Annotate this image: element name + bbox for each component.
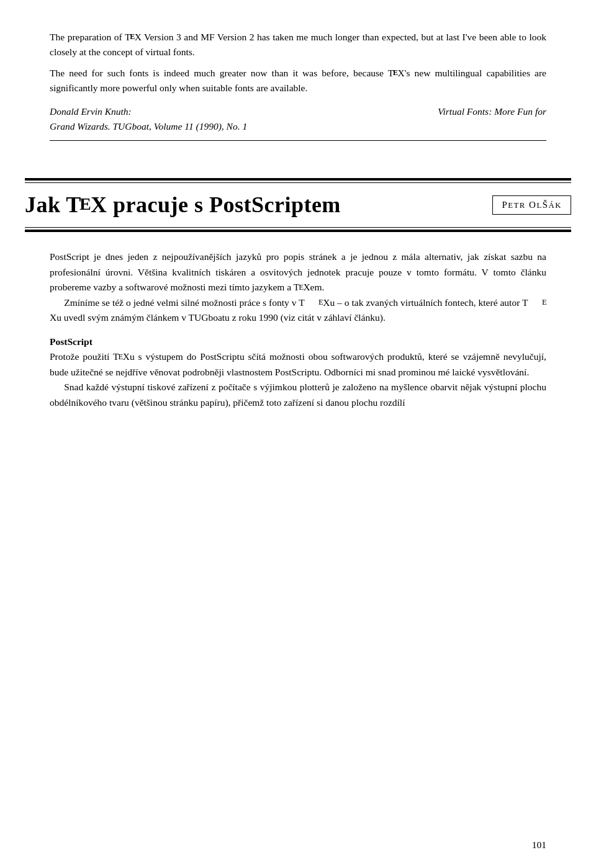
author-name: PETR OLŠÁK: [502, 200, 562, 210]
author-box: PETR OLŠÁK: [492, 195, 571, 215]
intro-paragraph2: Zmíníme se též o jedné velmi silné možno…: [50, 295, 546, 326]
double-rule-below-title-bottom: [25, 230, 571, 232]
section-paragraph2: Snad každé výstupní tiskové zařízení z p…: [50, 380, 546, 410]
double-rule-below-title-top: [25, 227, 571, 228]
page-number: 101: [532, 839, 546, 851]
article-body: PostScript je dnes jeden z nejpoužívaněj…: [0, 249, 596, 410]
citation-line1: Donald Ervin Knuth: Virtual Fonts: More …: [50, 104, 546, 119]
tex-e-raise-body3: E: [528, 296, 547, 308]
title-section: Jak TEX pracuje s PostScriptem PETR OLŠÁ…: [0, 178, 596, 232]
tex-e-raise-sec1: E: [119, 351, 124, 363]
intro-paragraph1: PostScript je dnes jeden z nejpoužívaněj…: [50, 249, 546, 295]
title-author-row: Jak TEX pracuje s PostScriptem PETR OLŠÁ…: [25, 192, 571, 218]
page-container: The preparation of TEX Version 3 and MF …: [0, 0, 596, 868]
citation-title: Virtual Fonts: More Fun for: [438, 104, 546, 119]
section-paragraph1: Protože použití TEXu s výstupem do PostS…: [50, 349, 546, 380]
epigraph-paragraph2: The need for such fonts is indeed much g…: [50, 66, 546, 96]
citation-block: Donald Ervin Knuth: Virtual Fonts: More …: [50, 104, 546, 134]
citation-author: Donald Ervin Knuth:: [50, 104, 132, 119]
epigraph-paragraph1: The preparation of TEX Version 3 and MF …: [50, 30, 546, 60]
tex-e-raise-body2: E: [304, 296, 323, 308]
double-rule-top: [25, 178, 571, 181]
citation-line2: Grand Wizards. TUGboat, Volume 11 (1990)…: [50, 119, 546, 134]
epigraph-section: The preparation of TEX Version 3 and MF …: [0, 0, 596, 141]
tex-e-raise: E: [79, 194, 91, 215]
top-divider: [50, 140, 546, 141]
article-title: Jak TEX pracuje s PostScriptem: [25, 192, 480, 218]
tex-e-raise-body: E: [299, 281, 304, 293]
double-rule-bottom: [25, 182, 571, 183]
section-heading-postscript: PostScript: [50, 334, 546, 349]
